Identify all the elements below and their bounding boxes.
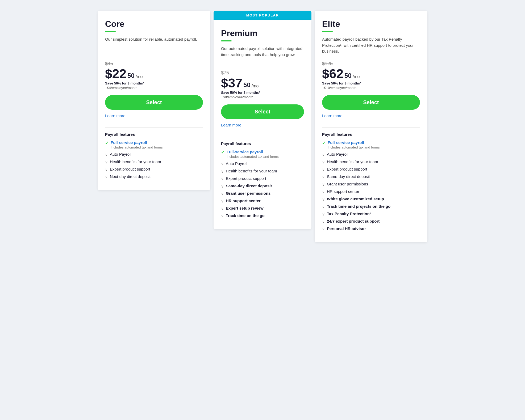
plan-description-elite: Automated payroll backed by our Tax Pena… (322, 36, 420, 56)
price-main-elite: $62 (322, 67, 343, 80)
feature-item: ∨Health benefits for your team (322, 159, 420, 164)
feature-item: ∨Health benefits for your team (221, 169, 304, 173)
feature-main-group: HR support center (327, 189, 420, 194)
plan-description-premium: Our automated payroll solution with inte… (221, 46, 304, 65)
feature-item: ∨HR support center (221, 198, 304, 203)
price-row-core: $2250/mo (105, 67, 203, 80)
feature-main-group: Full-service payrollIncludes automated t… (111, 140, 203, 149)
feature-label: Health benefits for your team (110, 159, 203, 164)
check-icon: ✓ (322, 141, 326, 146)
feature-main-group: Auto Payroll (327, 152, 420, 156)
learn-more-link-elite[interactable]: Learn more (322, 113, 343, 118)
feature-label: Same-day direct deposit (226, 184, 304, 188)
chevron-icon: ∨ (322, 152, 325, 157)
learn-more-link-core[interactable]: Learn more (105, 113, 126, 118)
chevron-icon: ∨ (322, 227, 325, 231)
per-employee-elite: +$10/employee/month (322, 86, 420, 90)
chevron-icon: ∨ (322, 190, 325, 194)
check-icon: ✓ (105, 141, 109, 146)
feature-main-group: Same-day direct deposit (327, 174, 420, 179)
feature-main-group: Expert setup review (226, 206, 304, 210)
feature-item: ∨White glove customized setup (322, 197, 420, 201)
price-row-premium: $3750/mo (221, 77, 304, 90)
divider-premium (221, 137, 304, 137)
feature-main-group: Expert product support (226, 176, 304, 181)
chevron-icon: ∨ (105, 175, 108, 179)
select-button-core[interactable]: Select (105, 95, 203, 110)
plan-name-core: Core (105, 19, 203, 29)
feature-label: Expert product support (327, 167, 420, 171)
chevron-icon: ∨ (322, 167, 325, 172)
feature-main-group: White glove customized setup (327, 197, 420, 201)
feature-item: ∨Expert setup review (221, 206, 304, 211)
features-title-premium: Payroll features (221, 141, 304, 146)
original-price-premium: $75 (221, 70, 304, 76)
price-cents-elite: 50 (344, 71, 352, 80)
chevron-icon: ∨ (322, 160, 325, 164)
feature-item: ∨Auto Payroll (322, 152, 420, 157)
feature-item: ∨Track time on the go (221, 213, 304, 218)
feature-main-group: Tax Penalty Protection¹ (327, 211, 420, 216)
chevron-icon: ∨ (322, 182, 325, 186)
select-button-premium[interactable]: Select (221, 104, 304, 119)
feature-sub-text: Includes automated tax and forms (328, 145, 420, 149)
chevron-icon: ∨ (221, 162, 224, 166)
chevron-icon: ∨ (221, 199, 224, 203)
feature-main-group: Expert product support (327, 167, 420, 171)
save-text-premium: Save 50% for 3 months* (221, 91, 304, 95)
price-cents-core: 50 (127, 71, 135, 80)
feature-item: ∨Grant user permissions (322, 182, 420, 186)
feature-label: Health benefits for your team (226, 169, 304, 173)
learn-more-link-premium[interactable]: Learn more (221, 123, 241, 127)
chevron-icon: ∨ (322, 197, 325, 201)
chevron-icon: ∨ (221, 184, 224, 188)
feature-sub-text: Includes automated tax and forms (111, 145, 203, 149)
feature-item: ∨Personal HR advisor (322, 226, 420, 231)
chevron-icon: ∨ (322, 205, 325, 209)
plan-description-core: Our simplest solution for reliable, auto… (105, 36, 203, 56)
feature-label: HR support center (226, 198, 304, 203)
save-text-elite: Save 50% for 3 months* (322, 81, 420, 85)
feature-label: White glove customized setup (327, 197, 420, 201)
features-title-elite: Payroll features (322, 132, 420, 137)
select-button-elite[interactable]: Select (322, 95, 420, 110)
plan-card-elite: EliteAutomated payroll backed by our Tax… (315, 11, 427, 242)
plan-accent-premium (221, 40, 232, 41)
feature-label: Auto Payroll (226, 161, 304, 166)
feature-label: Track time and projects on the go (327, 204, 420, 209)
feature-item: ∨HR support center (322, 189, 420, 194)
plan-accent-core (105, 31, 116, 32)
feature-label: Expert product support (110, 167, 203, 171)
most-popular-banner: MOST POPULAR (214, 11, 311, 20)
feature-sub-text: Includes automated tax and forms (227, 155, 304, 159)
feature-main-group: 24/7 expert product support (327, 219, 420, 223)
per-employee-core: +$4/employee/month (105, 86, 203, 90)
chevron-icon: ∨ (105, 160, 108, 164)
feature-main-group: Auto Payroll (110, 152, 203, 156)
plan-card-premium: PremiumOur automated payroll solution wi… (214, 20, 311, 229)
feature-label: Health benefits for your team (327, 159, 420, 164)
feature-label: Next-day direct deposit (110, 174, 203, 179)
feature-label: Track time on the go (226, 213, 304, 218)
feature-main-group: Full-service payrollIncludes automated t… (227, 150, 304, 159)
feature-main-group: Full-service payrollIncludes automated t… (328, 140, 420, 149)
price-period-core: /mo (136, 74, 143, 79)
chevron-icon: ∨ (221, 206, 224, 211)
feature-main-group: Expert product support (110, 167, 203, 171)
feature-label: Expert setup review (226, 206, 304, 210)
feature-item: ∨Same-day direct deposit (221, 184, 304, 188)
price-main-premium: $37 (221, 77, 242, 90)
feature-main-group: Grant user permissions (226, 191, 304, 196)
feature-main-group: Grant user permissions (327, 182, 420, 186)
chevron-icon: ∨ (322, 212, 325, 216)
feature-item: ∨Auto Payroll (221, 161, 304, 166)
feature-main-group: HR support center (226, 198, 304, 203)
feature-item: ∨Auto Payroll (105, 152, 203, 157)
feature-main-group: Health benefits for your team (226, 169, 304, 173)
chevron-icon: ∨ (221, 192, 224, 196)
plan-name-premium: Premium (221, 28, 304, 38)
original-price-elite: $125 (322, 61, 420, 66)
feature-main-group: Health benefits for your team (110, 159, 203, 164)
plan-card-core: CoreOur simplest solution for reliable, … (98, 11, 210, 190)
feature-item: ∨Health benefits for your team (105, 159, 203, 164)
